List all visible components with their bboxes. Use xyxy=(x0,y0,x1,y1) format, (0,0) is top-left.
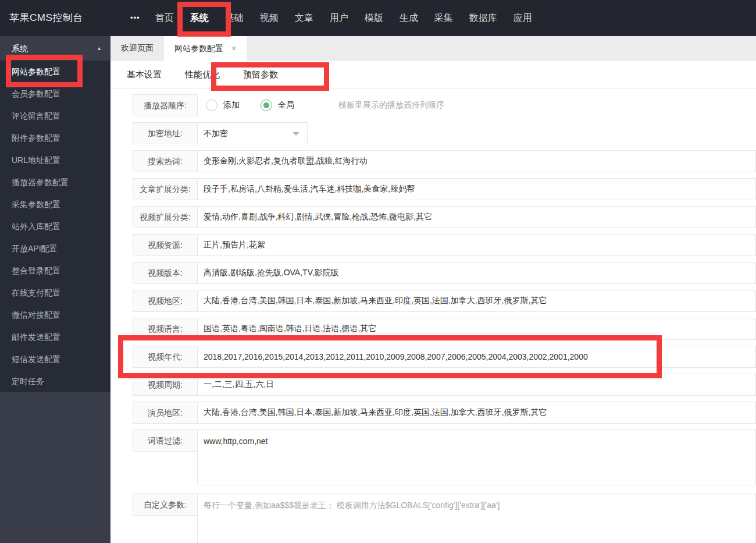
field-label: 视频扩展分类: xyxy=(133,206,198,228)
sidebar-item-player-params[interactable]: 播放器参数配置 xyxy=(0,171,110,193)
field-label: 搜索热词: xyxy=(133,150,198,172)
radio-add[interactable]: 添加 xyxy=(206,100,240,111)
app-logo: 苹果CMS控制台 xyxy=(9,0,83,36)
tab-welcome[interactable]: 欢迎页面 xyxy=(110,36,164,60)
sidebar-item-attachment[interactable]: 附件参数配置 xyxy=(0,127,110,149)
nav-item-label: 系统 xyxy=(190,13,209,23)
main-content: 基本设置 性能优化 预留参数 播放器顺序: 添加 全局 模板里展示的播放器排列顺… xyxy=(110,61,756,543)
video-year-input[interactable] xyxy=(197,346,756,368)
player-order-hint: 模板里展示的播放器排列顺序 xyxy=(338,100,444,111)
field-label: 演员地区: xyxy=(133,402,198,424)
field-label: 视频地区: xyxy=(133,290,198,312)
form-row-player-order: 播放器顺序: 添加 全局 模板里展示的播放器排列顺序 xyxy=(133,94,756,116)
tab-label: 网站参数配置 xyxy=(174,44,223,53)
select-value: 不加密 xyxy=(204,129,228,138)
field-label: 播放器顺序: xyxy=(133,94,198,116)
nav-item-generate[interactable]: 生成 xyxy=(391,0,426,36)
form-row-video-ext: 视频扩展分类: xyxy=(133,206,756,228)
player-order-radio-group: 添加 全局 模板里展示的播放器排列顺序 xyxy=(198,94,756,116)
reserved-params-form: 播放器顺序: 添加 全局 模板里展示的播放器排列顺序 加密地址: 不加密 xyxy=(110,89,756,543)
video-resource-input[interactable] xyxy=(197,234,756,256)
word-filter-textarea[interactable]: www,http,com,net xyxy=(197,430,756,485)
field-label: 视频版本: xyxy=(133,262,198,284)
subtab-reserved-params[interactable]: 预留参数 xyxy=(243,69,278,80)
nav-item-home[interactable]: 首页 xyxy=(147,0,182,36)
form-row-video-area: 视频地区: xyxy=(133,290,756,312)
video-version-input[interactable] xyxy=(197,262,756,284)
active-nav-underline xyxy=(190,32,209,34)
nav-item-collect[interactable]: 采集 xyxy=(426,0,461,36)
subtab-basic-settings[interactable]: 基本设置 xyxy=(127,69,162,80)
sidebar-menu: 网站参数配置 会员参数配置 评论留言配置 附件参数配置 URL地址配置 播放器参… xyxy=(0,61,110,392)
sidebar-item-integrated-login[interactable]: 整合登录配置 xyxy=(0,260,110,282)
sidebar-item-external-db[interactable]: 站外入库配置 xyxy=(0,215,110,237)
field-label: 自定义参数: xyxy=(133,494,198,516)
chevron-down-icon xyxy=(293,132,299,136)
tab-strip: 欢迎页面 网站参数配置 × xyxy=(110,36,756,61)
top-nav: ••• 首页 系统 基础 视频 文章 用户 模版 生成 采集 数据库 应用 xyxy=(123,0,540,36)
encrypt-url-select[interactable]: 不加密 xyxy=(197,122,308,144)
custom-params-textarea[interactable] xyxy=(197,494,756,543)
actor-area-input[interactable] xyxy=(197,402,756,424)
form-row-word-filter: 词语过滤: www,http,com,net xyxy=(133,430,756,485)
field-label: 文章扩展分类: xyxy=(133,178,198,200)
radio-label: 全局 xyxy=(278,100,294,111)
collapse-arrow-icon: ▲ xyxy=(97,36,102,61)
article-ext-input[interactable] xyxy=(197,178,756,200)
video-area-input[interactable] xyxy=(197,290,756,312)
field-label: 视频年代: xyxy=(133,346,198,368)
form-row-encrypt-url: 加密地址: 不加密 xyxy=(133,122,756,144)
nav-item-article[interactable]: 文章 xyxy=(287,0,322,36)
form-row-video-week: 视频周期: xyxy=(133,374,756,396)
nav-item-user[interactable]: 用户 xyxy=(322,0,356,36)
form-row-video-lang: 视频语言: xyxy=(133,318,756,340)
sidebar-item-open-api[interactable]: 开放API配置 xyxy=(0,237,110,260)
video-ext-input[interactable] xyxy=(197,206,756,228)
nav-item-database[interactable]: 数据库 xyxy=(461,0,505,36)
sidebar-item-cron[interactable]: 定时任务 xyxy=(0,370,110,392)
more-menu-icon[interactable]: ••• xyxy=(123,0,147,36)
topbar: 苹果CMS控制台 ••• 首页 系统 基础 视频 文章 用户 模版 生成 采集 … xyxy=(0,0,756,36)
sidebar-item-sms[interactable]: 短信发送配置 xyxy=(0,348,110,370)
radio-global[interactable]: 全局 xyxy=(261,100,294,111)
video-week-input[interactable] xyxy=(197,374,756,396)
nav-item-system[interactable]: 系统 xyxy=(182,0,217,36)
sidebar-item-collect-params[interactable]: 采集参数配置 xyxy=(0,193,110,215)
form-row-article-ext: 文章扩展分类: xyxy=(133,178,756,200)
sidebar-item-member-params[interactable]: 会员参数配置 xyxy=(0,83,110,105)
form-row-video-resource: 视频资源: xyxy=(133,234,756,256)
sidebar-item-url[interactable]: URL地址配置 xyxy=(0,149,110,171)
form-row-video-year: 视频年代: xyxy=(133,346,756,368)
nav-item-basic[interactable]: 基础 xyxy=(217,0,252,36)
form-row-video-version: 视频版本: xyxy=(133,262,756,284)
form-row-hot-words: 搜索热词: xyxy=(133,150,756,172)
sidebar-item-comment[interactable]: 评论留言配置 xyxy=(0,105,110,127)
sidebar-item-online-pay[interactable]: 在线支付配置 xyxy=(0,282,110,304)
sidebar-group-system[interactable]: 系统 ▲ xyxy=(0,36,110,61)
tab-site-params[interactable]: 网站参数配置 × xyxy=(164,36,247,61)
field-label: 视频资源: xyxy=(133,234,198,256)
field-label: 视频周期: xyxy=(133,374,198,396)
close-icon[interactable]: × xyxy=(231,44,236,53)
sidebar-group-label: 系统 xyxy=(12,44,28,53)
radio-label: 添加 xyxy=(223,100,240,111)
hot-words-input[interactable] xyxy=(197,150,756,172)
radio-circle-checked-icon xyxy=(261,100,272,111)
sidebar-item-wechat[interactable]: 微信对接配置 xyxy=(0,304,110,326)
sidebar: 系统 ▲ 网站参数配置 会员参数配置 评论留言配置 附件参数配置 URL地址配置… xyxy=(0,36,110,543)
sidebar-item-email[interactable]: 邮件发送配置 xyxy=(0,326,110,348)
field-label: 加密地址: xyxy=(133,122,198,144)
sidebar-item-site-params[interactable]: 网站参数配置 xyxy=(0,61,110,83)
video-lang-input[interactable] xyxy=(197,318,756,340)
nav-item-video[interactable]: 视频 xyxy=(252,0,287,36)
nav-item-app[interactable]: 应用 xyxy=(505,0,540,36)
subtab-bar: 基本设置 性能优化 预留参数 xyxy=(110,61,756,89)
field-label: 词语过滤: xyxy=(133,430,198,452)
subtab-performance[interactable]: 性能优化 xyxy=(185,69,220,80)
form-row-actor-area: 演员地区: xyxy=(133,402,756,424)
field-label: 视频语言: xyxy=(133,318,198,340)
form-row-custom-params: 自定义参数: xyxy=(133,494,756,543)
nav-item-template[interactable]: 模版 xyxy=(356,0,391,36)
radio-circle-icon xyxy=(206,100,217,111)
